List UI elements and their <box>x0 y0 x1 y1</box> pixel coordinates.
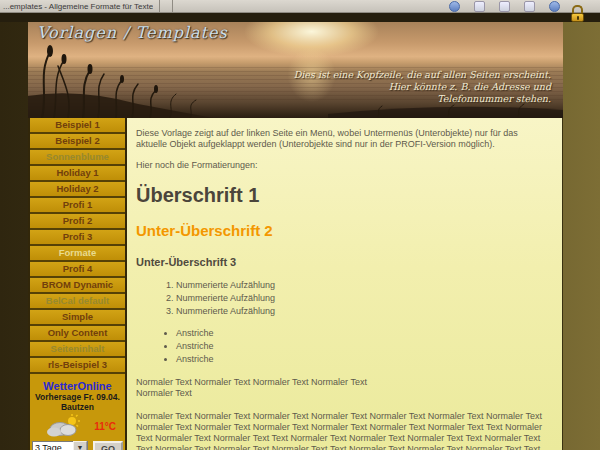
sidebar-item-sonnenblume[interactable]: Sonnenblume <box>30 150 125 166</box>
heading-3: Unter-Überschrift 3 <box>136 256 550 269</box>
tab-divider <box>159 0 160 12</box>
sidebar-item-rls-beispiel-3[interactable]: rls-Beispiel 3 <box>30 358 125 374</box>
page-icon[interactable] <box>499 1 510 12</box>
bookmark-icon[interactable] <box>449 1 460 12</box>
wetteronline-logo[interactable]: WetterOnline <box>30 380 125 392</box>
temperature-value: 11°C <box>94 421 116 432</box>
browser-tab-title[interactable]: ...emplates - Allgemeine Formate für Tex… <box>0 2 153 11</box>
numbered-list-item: Nummerierte Aufzählung <box>176 280 550 291</box>
sidebar-nav: Beispiel 1 Beispiel 2 Sonnenblume Holida… <box>28 118 127 450</box>
numbered-list: Nummerierte Aufzählung Nummerierte Aufzä… <box>162 280 550 317</box>
header-tagline: Dies ist eine Kopfzeile, die auf allen S… <box>294 69 551 105</box>
print-icon[interactable] <box>474 1 485 12</box>
normal-text-paragraph: Normaler Text Normaler Text Normaler Tex… <box>136 377 550 399</box>
intro-paragraph: Diese Vorlage zeigt auf der linken Seite… <box>136 128 550 150</box>
sidebar-item-holiday-1[interactable]: Holiday 1 <box>30 166 125 182</box>
normal-text-paragraph-long: Normaler Text Normaler Text Normaler Tex… <box>136 411 550 450</box>
normal-text-line: Normaler Text Normaler Text Normaler Tex… <box>136 377 367 387</box>
browser-titlebar: ...emplates - Allgemeine Formate für Tex… <box>0 0 600 13</box>
go-button[interactable]: GO <box>93 441 123 450</box>
screen: ...emplates - Allgemeine Formate für Tex… <box>0 0 600 450</box>
bullet-list-item: Anstriche <box>176 328 550 339</box>
bullet-list-item: Anstriche <box>176 354 550 365</box>
tab-divider <box>172 0 173 12</box>
browser-toolbar-icons <box>449 1 560 12</box>
numbered-list-item: Nummerierte Aufzählung <box>176 306 550 317</box>
heading-2: Unter-Überschrift 2 <box>136 222 550 239</box>
site-header: Vorlagen / Templates Dies ist eine Kopfz… <box>28 22 563 118</box>
sidebar-item-beispiel-2[interactable]: Beispiel 2 <box>30 134 125 150</box>
forecast-city-label: Bautzen <box>30 402 125 412</box>
normal-text-line: Normaler Text <box>136 388 192 398</box>
sidebar-item-brom-dynamic[interactable]: BROM Dynamic <box>30 278 125 294</box>
lock-icon <box>571 5 584 21</box>
main-content: Diese Vorlage zeigt auf der linken Seite… <box>127 118 563 450</box>
sidebar-item-belcal-default[interactable]: BelCal default <box>30 294 125 310</box>
forecast-date-label: Vorhersage Fr. 09.04. <box>30 392 125 402</box>
sidebar-item-holiday-2[interactable]: Holiday 2 <box>30 182 125 198</box>
forecast-range-value: 3 Tage <box>35 443 62 450</box>
tagline-line: Telefonnummer stehen. <box>294 93 551 105</box>
sidebar-item-simple[interactable]: Simple <box>30 310 125 326</box>
numbered-list-item: Nummerierte Aufzählung <box>176 293 550 304</box>
bullet-list-item: Anstriche <box>176 341 550 352</box>
help-icon[interactable] <box>549 1 560 12</box>
heading-1: Überschrift 1 <box>136 184 550 206</box>
cloud-sun-icon <box>46 414 82 438</box>
tagline-line: Hier könnte z. B. die Adresse und <box>294 81 551 93</box>
sidebar-item-beispiel-1[interactable]: Beispiel 1 <box>30 118 125 134</box>
weather-widget: WetterOnline Vorhersage Fr. 09.04. Bautz… <box>30 380 125 450</box>
sidebar-item-profi-1[interactable]: Profi 1 <box>30 198 125 214</box>
sidebar-item-profi-4[interactable]: Profi 4 <box>30 262 125 278</box>
formats-line: Hier noch die Formatierungen: <box>136 160 550 171</box>
sidebar-item-formate[interactable]: Formate <box>30 246 125 262</box>
bullet-list: Anstriche Anstriche Anstriche <box>162 328 550 365</box>
sidebar-item-profi-2[interactable]: Profi 2 <box>30 214 125 230</box>
site-title: Vorlagen / Templates <box>37 23 228 42</box>
sidebar-item-seiteninhalt[interactable]: Seiteninhalt <box>30 342 125 358</box>
chevron-down-icon[interactable]: ▼ <box>73 441 87 450</box>
tools-icon[interactable] <box>524 1 535 12</box>
forecast-range-select[interactable]: 3 Tage ▼ <box>32 441 88 450</box>
sidebar-item-only-content[interactable]: Only Content <box>30 326 125 342</box>
tagline-line: Dies ist eine Kopfzeile, die auf allen S… <box>294 69 551 81</box>
page-top-band <box>0 13 600 22</box>
sidebar-item-profi-3[interactable]: Profi 3 <box>30 230 125 246</box>
